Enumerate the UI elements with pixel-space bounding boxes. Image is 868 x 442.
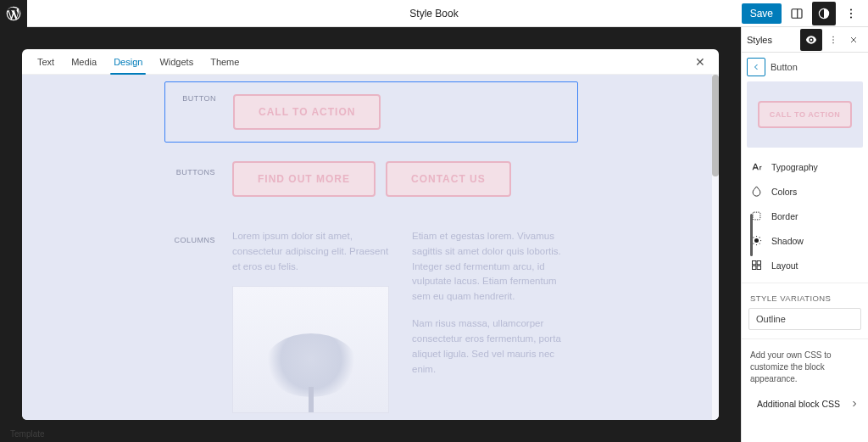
sidebar-header: Styles — [742, 27, 868, 53]
styles-row-border[interactable]: Border — [742, 204, 868, 228]
svg-rect-22 — [757, 266, 760, 269]
example-column-2: Etiam et egestas lorem. Vivamus sagittis… — [412, 229, 571, 413]
preview-cta-button: CALL TO ACTION — [758, 101, 853, 128]
svg-point-8 — [832, 42, 834, 43]
main-layout: Text Media Design Widgets Theme ✕ BUTTON — [0, 27, 868, 442]
half-circle-icon — [816, 6, 832, 21]
eye-icon — [804, 33, 818, 47]
row-label: Colors — [771, 187, 797, 197]
example-column-1: Lorem ipsum dolor sit amet, consectetur … — [232, 229, 392, 413]
svg-rect-9 — [753, 212, 760, 220]
svg-point-6 — [832, 36, 834, 37]
additional-css-row[interactable]: Additional block CSS — [742, 392, 868, 417]
additional-css-note: Add your own CSS to customize the block … — [742, 338, 868, 392]
styles-row-typography[interactable]: Typography — [742, 154, 868, 179]
example-find-out-button: FIND OUT MORE — [232, 161, 376, 197]
close-stylebook-button[interactable]: ✕ — [688, 52, 712, 72]
svg-point-5 — [850, 16, 852, 18]
style-preview-card: CALL TO ACTION — [747, 81, 863, 148]
example-contact-button: CONTACT US — [386, 161, 511, 197]
typography-icon — [750, 160, 763, 173]
tab-widgets[interactable]: Widgets — [151, 49, 202, 74]
stylebook-block-buttons[interactable]: BUTTONS FIND OUT MORE CONTACT US — [164, 153, 578, 214]
chevron-left-icon — [751, 62, 761, 72]
row-label: Additional block CSS — [757, 399, 840, 409]
page-title: Style Book — [409, 8, 458, 20]
sidebar-more-button[interactable] — [824, 31, 843, 49]
canvas-wrapper: Text Media Design Widgets Theme ✕ BUTTON — [0, 27, 741, 442]
wordpress-logo[interactable] — [0, 0, 27, 27]
tab-media[interactable]: Media — [63, 49, 105, 74]
back-button[interactable] — [747, 58, 765, 76]
canvas-card: Text Media Design Widgets Theme ✕ BUTTON — [22, 49, 719, 420]
styles-sidebar: Styles Button CALL TO ACTION — [741, 27, 868, 442]
tab-theme[interactable]: Theme — [202, 49, 248, 74]
svg-point-11 — [756, 236, 757, 237]
topbar-actions: Save — [742, 2, 868, 25]
kebab-icon — [827, 34, 839, 46]
tab-text[interactable]: Text — [29, 49, 63, 74]
column-text: Etiam et egestas lorem. Vivamus sagittis… — [412, 229, 571, 305]
block-label: COLUMNS — [164, 221, 232, 413]
styles-panel-button[interactable] — [812, 2, 836, 25]
styles-row-colors[interactable]: Colors — [742, 179, 868, 204]
tree-illustration — [248, 319, 375, 412]
view-toggle-button[interactable] — [785, 2, 809, 25]
stylebook-content: BUTTON CALL TO ACTION BUTTONS FIND OUT M… — [29, 81, 714, 413]
svg-point-3 — [850, 8, 852, 10]
topbar: Style Book Save — [0, 0, 868, 27]
svg-rect-19 — [753, 261, 756, 265]
tab-design[interactable]: Design — [105, 49, 151, 74]
canvas-body: BUTTON CALL TO ACTION BUTTONS FIND OUT M… — [22, 75, 719, 420]
footer-template-label: Template — [10, 429, 45, 439]
row-label: Typography — [771, 162, 818, 172]
block-label: BUTTONS — [164, 153, 232, 214]
sidebar-breadcrumb: Button — [771, 62, 798, 72]
svg-point-14 — [760, 240, 761, 241]
styles-row-layout[interactable]: Layout — [742, 253, 868, 277]
close-icon — [849, 35, 859, 45]
stylebook-toggle-button[interactable] — [800, 29, 822, 51]
svg-point-15 — [753, 237, 754, 238]
stylebook-block-button[interactable]: BUTTON CALL TO ACTION — [164, 81, 578, 143]
svg-rect-21 — [753, 266, 756, 269]
row-label: Border — [771, 211, 798, 221]
svg-rect-0 — [792, 8, 802, 18]
row-label: Layout — [771, 260, 798, 271]
svg-point-10 — [754, 238, 759, 243]
column-text: Lorem ipsum dolor sit amet, consectetur … — [232, 229, 392, 274]
canvas-tabs: Text Media Design Widgets Theme ✕ — [22, 49, 719, 75]
column-text: Nam risus massa, ullamcorper consectetur… — [412, 316, 571, 377]
stylebook-block-columns[interactable]: COLUMNS Lorem ipsum dolor sit amet, cons… — [164, 221, 578, 413]
block-label: BUTTON — [165, 82, 233, 142]
sidebar-close-button[interactable] — [844, 31, 863, 49]
svg-point-16 — [759, 237, 760, 238]
kebab-icon — [843, 6, 859, 21]
svg-point-12 — [756, 244, 757, 245]
colors-icon — [750, 185, 763, 198]
svg-point-17 — [753, 243, 754, 243]
more-menu-button[interactable] — [839, 2, 863, 25]
image-placeholder — [232, 286, 389, 413]
chevron-right-icon — [849, 399, 860, 409]
svg-rect-20 — [757, 261, 760, 265]
row-label: Shadow — [771, 236, 804, 246]
layout-icon — [750, 259, 763, 271]
resize-handle-right[interactable] — [750, 214, 753, 256]
sidebar-layout-icon — [789, 6, 804, 21]
save-button[interactable]: Save — [742, 3, 782, 24]
svg-point-7 — [832, 39, 834, 41]
sidebar-title: Styles — [747, 35, 772, 45]
sidebar-nav: Button — [742, 53, 868, 81]
styles-row-shadow[interactable]: Shadow — [742, 228, 868, 253]
variation-outline[interactable]: Outline — [748, 308, 861, 330]
svg-point-4 — [850, 12, 852, 14]
style-variations-heading: STYLE VARIATIONS — [742, 283, 868, 308]
example-cta-button: CALL TO ACTION — [233, 94, 381, 130]
wordpress-icon — [5, 5, 22, 22]
svg-point-18 — [759, 243, 760, 243]
